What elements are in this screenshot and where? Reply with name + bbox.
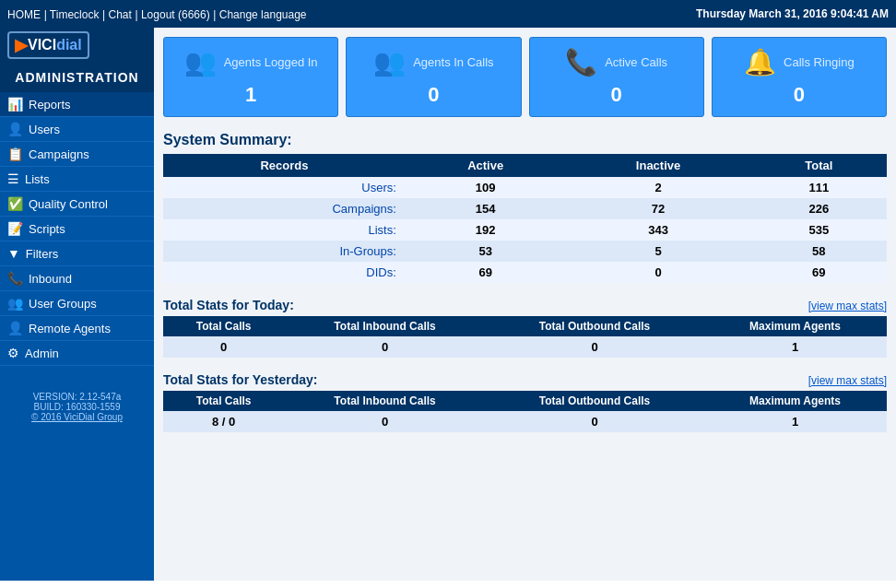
sidebar-label-inbound: Inbound bbox=[29, 272, 72, 286]
stats-yesterday-view-max-link[interactable]: [view max stats] bbox=[808, 374, 887, 387]
topbar-nav: HOME | Timeclock | Chat | Logout (6666) … bbox=[7, 7, 307, 21]
active-calls-label: Active Calls bbox=[605, 55, 667, 69]
sidebar-item-user-groups[interactable]: 👥 User Groups bbox=[0, 291, 154, 316]
today-col-total-calls: Total Calls bbox=[163, 316, 284, 336]
sidebar-label-scripts: Scripts bbox=[29, 222, 65, 236]
sidebar-item-remote-agents[interactable]: 👤 Remote Agents bbox=[0, 316, 154, 341]
today-max-agents-value: 1 bbox=[703, 336, 887, 358]
sidebar-label-filters: Filters bbox=[26, 247, 58, 261]
agents-logged-in-label: Agents Logged In bbox=[224, 55, 318, 69]
today-col-inbound: Total Inbound Calls bbox=[284, 316, 486, 336]
today-inbound-value: 0 bbox=[284, 336, 486, 358]
sidebar-item-quality-control[interactable]: ✅ Quality Control bbox=[0, 192, 154, 217]
stats-yesterday-table: Total Calls Total Inbound Calls Total Ou… bbox=[163, 391, 887, 432]
summary-row-total: 69 bbox=[751, 262, 887, 283]
col-active: Active bbox=[406, 154, 566, 177]
sidebar-item-filters[interactable]: ▼ Filters bbox=[0, 241, 154, 266]
sidebar-label-reports: Reports bbox=[29, 98, 71, 112]
today-total-calls-value: 0 bbox=[163, 336, 284, 358]
sidebar-item-inbound[interactable]: 📞 Inbound bbox=[0, 266, 154, 291]
col-inactive: Inactive bbox=[565, 154, 750, 177]
nav-home[interactable]: HOME bbox=[7, 8, 41, 21]
sidebar-item-lists[interactable]: ☰ Lists bbox=[0, 167, 154, 192]
summary-row-inactive: 0 bbox=[565, 262, 750, 283]
layout: ▶ VICIdial ADMINISTRATION 📊 Reports 👤 Us… bbox=[0, 28, 896, 581]
table-row: DIDs: 69 0 69 bbox=[163, 262, 887, 283]
summary-row-inactive: 2 bbox=[565, 177, 750, 198]
summary-row-inactive: 343 bbox=[565, 219, 750, 241]
admin-icon: ⚙ bbox=[7, 346, 19, 360]
summary-row-total: 226 bbox=[751, 198, 887, 219]
table-row: 8 / 0 0 0 1 bbox=[163, 411, 887, 432]
yesterday-col-outbound: Total Outbound Calls bbox=[486, 391, 703, 411]
sidebar-item-admin[interactable]: ⚙ Admin bbox=[0, 341, 154, 366]
calls-ringing-label: Calls Ringing bbox=[784, 55, 855, 69]
table-row: In-Groups: 53 5 58 bbox=[163, 241, 887, 262]
stats-yesterday-title: Total Stats for Yesterday: bbox=[163, 372, 318, 387]
stat-card-agents-in-calls: 👥 Agents In Calls 0 bbox=[346, 37, 521, 117]
today-col-max-agents: Maximum Agents bbox=[703, 316, 887, 336]
yesterday-col-total-calls: Total Calls bbox=[163, 391, 284, 411]
sidebar-item-scripts[interactable]: 📝 Scripts bbox=[0, 217, 154, 241]
summary-row-label: In-Groups: bbox=[163, 241, 406, 262]
nav-change-language[interactable]: Change language bbox=[219, 8, 307, 21]
today-col-outbound: Total Outbound Calls bbox=[486, 316, 703, 336]
table-row: Campaigns: 154 72 226 bbox=[163, 198, 887, 219]
table-row: Lists: 192 343 535 bbox=[163, 219, 887, 241]
remote-agents-icon: 👤 bbox=[7, 321, 23, 335]
summary-row-inactive: 5 bbox=[565, 241, 750, 262]
system-summary-section: System Summary: Records Active Inactive … bbox=[163, 132, 887, 283]
stats-yesterday-section: Total Stats for Yesterday: [view max sta… bbox=[163, 372, 887, 432]
sidebar-label-user-groups: User Groups bbox=[29, 297, 97, 311]
sidebar-label-remote-agents: Remote Agents bbox=[29, 322, 111, 335]
sidebar: ▶ VICIdial ADMINISTRATION 📊 Reports 👤 Us… bbox=[0, 28, 154, 581]
logo-dial: dial bbox=[56, 37, 82, 53]
stats-today-section: Total Stats for Today: [view max stats] … bbox=[163, 298, 887, 358]
summary-row-inactive: 72 bbox=[565, 198, 750, 219]
sidebar-title: ADMINISTRATION bbox=[0, 63, 154, 92]
yesterday-outbound-value: 0 bbox=[486, 411, 703, 432]
stats-today-view-max-link[interactable]: [view max stats] bbox=[808, 300, 887, 312]
sidebar-label-quality-control: Quality Control bbox=[29, 197, 108, 211]
summary-row-total: 58 bbox=[751, 241, 887, 262]
yesterday-col-inbound: Total Inbound Calls bbox=[284, 391, 486, 411]
stat-card-calls-ringing: 🔔 Calls Ringing 0 bbox=[712, 37, 887, 117]
table-row: Users: 109 2 111 bbox=[163, 177, 887, 198]
summary-row-active: 109 bbox=[406, 177, 566, 198]
user-groups-icon: 👥 bbox=[7, 296, 23, 311]
campaigns-icon: 📋 bbox=[7, 147, 23, 161]
summary-row-total: 535 bbox=[751, 219, 887, 241]
active-calls-icon: 📞 bbox=[565, 47, 597, 77]
summary-row-label: Users: bbox=[163, 177, 406, 198]
yesterday-max-agents-value: 1 bbox=[703, 411, 887, 432]
filters-icon: ▼ bbox=[7, 246, 20, 261]
nav-logout[interactable]: Logout (6666) bbox=[141, 8, 210, 21]
topbar-datetime: Thursday March 31, 2016 9:04:41 AM bbox=[696, 7, 889, 20]
scripts-icon: 📝 bbox=[7, 221, 23, 236]
system-summary-title: System Summary: bbox=[163, 132, 887, 148]
sidebar-item-reports[interactable]: 📊 Reports bbox=[0, 92, 154, 117]
summary-row-active: 69 bbox=[406, 262, 566, 283]
logo-bar: ▶ VICIdial bbox=[0, 28, 154, 63]
nav-chat[interactable]: Chat bbox=[109, 8, 132, 21]
inbound-icon: 📞 bbox=[7, 271, 23, 286]
logo-triangle-icon: ▶ bbox=[15, 35, 28, 55]
sidebar-label-campaigns: Campaigns bbox=[29, 147, 89, 161]
sidebar-item-users[interactable]: 👤 Users bbox=[0, 117, 154, 142]
summary-row-label: Lists: bbox=[163, 219, 406, 241]
vicidial-link[interactable]: © 2016 ViciDial Group bbox=[31, 412, 123, 422]
nav-timeclock[interactable]: Timeclock bbox=[50, 8, 100, 21]
users-icon: 👤 bbox=[7, 122, 23, 136]
col-total: Total bbox=[751, 154, 887, 177]
sidebar-label-users: Users bbox=[29, 123, 60, 136]
agents-logged-in-icon: 👥 bbox=[184, 47, 217, 77]
sidebar-label-admin: Admin bbox=[25, 347, 59, 360]
sidebar-version: VERSION: 2.12-547a BUILD: 160330-1559 © … bbox=[0, 384, 154, 429]
sidebar-item-campaigns[interactable]: 📋 Campaigns bbox=[0, 142, 154, 167]
summary-row-label: DIDs: bbox=[163, 262, 406, 283]
stat-card-agents-logged-in: 👥 Agents Logged In 1 bbox=[163, 37, 338, 117]
stats-today-title: Total Stats for Today: bbox=[163, 298, 294, 312]
summary-row-active: 53 bbox=[406, 241, 566, 262]
table-row: 0 0 0 1 bbox=[163, 336, 887, 358]
logo-vici: VICI bbox=[28, 37, 56, 53]
